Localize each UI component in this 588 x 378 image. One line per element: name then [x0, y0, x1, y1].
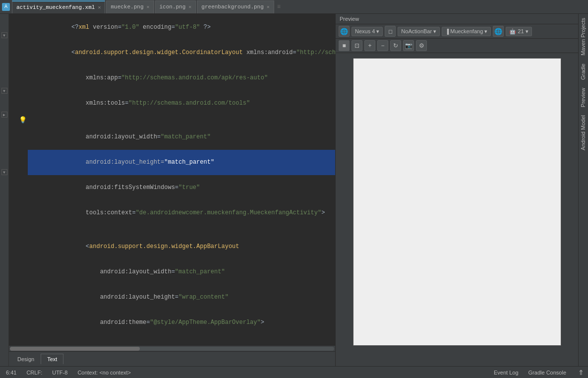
status-line-ending[interactable]: CRLF:	[24, 370, 44, 376]
sidebar-tab-preview[interactable]: Preview	[579, 84, 588, 111]
status-bar: 6:41 CRLF: UTF-8 Context: <no context> E…	[0, 366, 588, 378]
toggle-icon[interactable]: ■	[339, 40, 350, 51]
tab-text[interactable]: Text	[41, 354, 63, 364]
app-icon-preview: ▐	[445, 29, 449, 34]
sidebar-tab-gradle[interactable]: Gradle	[579, 60, 588, 84]
fold-indicator-toolbar[interactable]	[1, 112, 7, 118]
code-line: xmlns:tools="http://schemas.android.com/…	[28, 91, 335, 116]
app-dropdown-icon: ▾	[484, 28, 487, 35]
android-version-button[interactable]: 🤖 21 ▾	[506, 27, 531, 36]
code-line: <android.support.v7.widget.Toolbar	[28, 344, 335, 345]
language-globe-icon[interactable]: 🌐	[493, 26, 504, 37]
bottom-tabs: Design Text	[9, 351, 335, 366]
tab-label: muecke.png	[111, 4, 143, 10]
tab-greenbackground-png[interactable]: greenbackground.png ✕	[197, 0, 274, 13]
code-line: <android.support.design.widget.Coordinat…	[28, 40, 335, 65]
right-sidebar: Maven Projects Gradle Preview Android Mo…	[578, 14, 588, 366]
tab-design[interactable]: Design	[11, 354, 41, 365]
tab-close-icon[interactable]: ✕	[188, 4, 191, 10]
android-icon-small: 🤖	[509, 28, 516, 35]
preview-header: Preview	[336, 14, 578, 24]
code-line	[28, 226, 335, 234]
event-log-button[interactable]: Event Log	[492, 370, 521, 376]
code-area: <?xml version="1.0" encoding="utf-8" ?> …	[24, 15, 335, 345]
preview-toolbar: 🌐 Nexus 4 ▾ ◻ NoActionBar ▾ ▐ Mueckenfan…	[336, 24, 578, 39]
horizontal-scrollbar[interactable]	[9, 345, 335, 351]
android-version-dropdown-icon: ▾	[526, 28, 529, 35]
tab-close-icon[interactable]: ✕	[98, 4, 101, 10]
code-line: 💡 android:layout_width="match_parent"	[28, 116, 335, 150]
device-label: Nexus 4	[355, 28, 375, 34]
code-line: android:layout_width="match_parent"	[28, 259, 335, 285]
tab-close-icon[interactable]: ✕	[146, 4, 149, 10]
settings-icon[interactable]: ⚙	[416, 40, 427, 51]
theme-label: NoActionBar	[401, 28, 432, 34]
editor-content[interactable]: <?xml version="1.0" encoding="utf-8" ?> …	[9, 14, 335, 345]
gradle-console-button[interactable]: Gradle Console	[527, 370, 568, 376]
preview-canvas	[336, 53, 578, 366]
editor-container: <?xml version="1.0" encoding="utf-8" ?> …	[9, 14, 335, 366]
code-line: android:layout_height="wrap_content"	[28, 285, 335, 310]
code-line: <android.support.design.widget.AppBarLay…	[28, 234, 335, 259]
code-line: tools:context="de.androidnewcomer.muecke…	[28, 200, 335, 226]
scrollbar-track[interactable]	[10, 347, 334, 351]
main-area: <?xml version="1.0" encoding="utf-8" ?> …	[0, 14, 588, 366]
theme-selector-button[interactable]: NoActionBar ▾	[398, 27, 440, 36]
fold-indicator-coordinator[interactable]	[1, 32, 7, 38]
scrollbar-thumb[interactable]	[10, 347, 140, 351]
app-icon: A	[2, 3, 10, 11]
code-line	[28, 335, 335, 344]
device-dropdown-icon: ▾	[376, 28, 379, 35]
tab-activity-mueckenfang[interactable]: activity_mueckenfang.xml ✕	[12, 0, 105, 13]
code-line: android:fitsSystemWindows="true"	[28, 175, 335, 200]
device-selector-button[interactable]: Nexus 4 ▾	[352, 27, 383, 36]
zoom-fit-icon[interactable]: ⊡	[352, 40, 362, 51]
code-line: <?xml version="1.0" encoding="utf-8" ?>	[28, 15, 335, 40]
zoom-in-icon[interactable]: +	[364, 40, 375, 51]
fold-indicator-appbarlayout[interactable]	[1, 88, 7, 94]
status-context: Context: <no context>	[75, 370, 133, 376]
code-line: xmlns:app="http://schemas.android.com/ap…	[28, 65, 335, 91]
screenshot-icon[interactable]: 📷	[403, 40, 414, 51]
zoom-out-icon[interactable]: −	[377, 40, 388, 51]
status-encoding[interactable]: UTF-8	[50, 370, 69, 376]
code-line-selected: android:layout_height="match_parent"	[28, 150, 335, 175]
tab-label: icon.png	[160, 4, 186, 10]
frame-toggle-icon[interactable]: ◻	[385, 26, 396, 37]
sidebar-tab-maven[interactable]: Maven Projects	[579, 14, 588, 60]
preview-panel: Preview 🌐 Nexus 4 ▾ ◻ NoActionBar ▾ ▐ Mu…	[335, 14, 578, 366]
expand-status-icon[interactable]: ⇑	[578, 369, 584, 377]
status-time[interactable]: 6:41	[4, 370, 18, 376]
app-label: Mueckenfang	[450, 28, 483, 34]
tabs-bar: activity_mueckenfang.xml ✕ muecke.png ✕ …	[12, 0, 586, 13]
theme-dropdown-icon: ▾	[433, 28, 436, 35]
lightbulb-icon[interactable]: 💡	[19, 116, 27, 125]
tab-muecke-png[interactable]: muecke.png ✕	[106, 0, 154, 13]
more-tabs-icon[interactable]: ≡	[277, 3, 281, 10]
tab-close-icon[interactable]: ✕	[267, 4, 270, 10]
sidebar-tab-android-model[interactable]: Android Model	[579, 111, 588, 154]
refresh-icon[interactable]: ↻	[390, 40, 401, 51]
android-version-label: 21	[518, 28, 524, 34]
tab-icon-png[interactable]: icon.png ✕	[155, 0, 196, 13]
app-selector-button[interactable]: ▐ Mueckenfang ▾	[442, 27, 491, 36]
globe-icon[interactable]: 🌐	[339, 26, 350, 37]
preview-icon-toolbar: ■ ⊡ + − ↻ 📷 ⚙	[336, 39, 578, 53]
code-line: android:theme="@style/AppTheme.AppBarOve…	[28, 310, 335, 335]
title-bar: A activity_mueckenfang.xml ✕ muecke.png …	[0, 0, 588, 14]
fold-gutter	[0, 14, 9, 366]
tab-label: activity_mueckenfang.xml	[16, 4, 95, 10]
device-screen	[353, 58, 561, 346]
tab-label: greenbackground.png	[201, 4, 263, 10]
fold-indicator-fab[interactable]	[1, 169, 7, 175]
